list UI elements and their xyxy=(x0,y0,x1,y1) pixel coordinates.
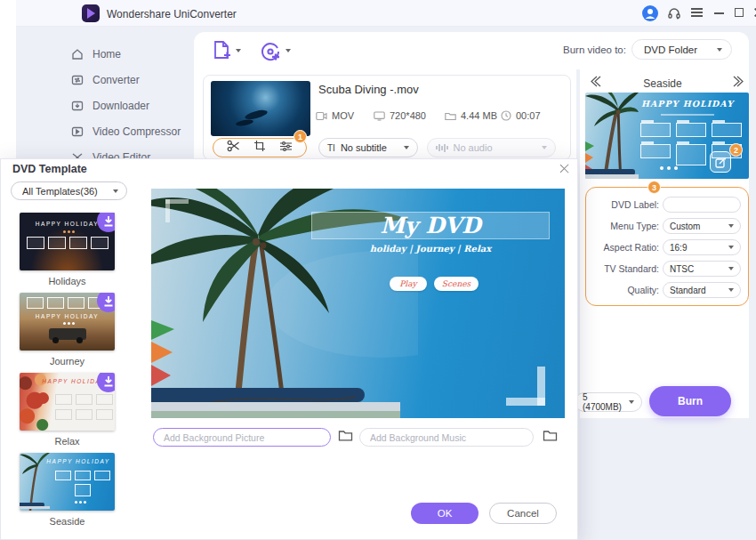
trim-icon[interactable] xyxy=(227,140,240,156)
sidebar-item-video-compressor[interactable]: Video Compressor xyxy=(71,123,187,141)
dvd-label-row: DVD Label: xyxy=(586,197,750,213)
download-template-icon[interactable] xyxy=(97,293,115,312)
ok-button[interactable]: OK xyxy=(411,503,479,524)
sidebar-item-home[interactable]: Home xyxy=(71,45,187,63)
scene-thumb xyxy=(47,297,64,309)
add-file-icon xyxy=(212,40,231,61)
pager-dot xyxy=(674,166,678,170)
menu-scenes-button[interactable]: Scenes xyxy=(434,277,479,291)
chevron-down-icon xyxy=(113,189,118,193)
burn-target-dropdown[interactable]: DVD Folder xyxy=(631,39,732,60)
step-badge-1: 1 xyxy=(294,130,307,143)
scene-thumb xyxy=(76,394,92,405)
burn-target-value: DVD Folder xyxy=(644,44,697,55)
chevron-down-icon xyxy=(728,224,734,228)
palm-tree-icon xyxy=(585,93,639,179)
app-title: Wondershare UniConverter xyxy=(107,8,237,20)
dvd-title-banner[interactable]: My DVD xyxy=(311,212,550,239)
maximize-icon[interactable] xyxy=(735,8,744,17)
disc-capacity-dropdown[interactable]: 5 (4700MB) xyxy=(575,392,642,412)
template-name: Seaside xyxy=(20,516,115,527)
audio-wave-icon xyxy=(436,144,448,152)
add-disc-icon xyxy=(260,41,281,62)
hamburger-menu-icon[interactable] xyxy=(691,8,703,17)
chevron-down-icon xyxy=(728,267,734,270)
tv-standard-dropdown[interactable]: NTSC xyxy=(663,261,741,277)
aspect-ratio-dropdown[interactable]: 16:9 xyxy=(663,239,741,255)
dialog-close-icon[interactable] xyxy=(559,163,570,174)
minimize-icon[interactable] xyxy=(714,12,724,14)
user-avatar-icon[interactable] xyxy=(642,5,658,21)
step-badge-3: 3 xyxy=(647,181,661,194)
scene-thumb xyxy=(76,409,92,420)
template-item-journey[interactable]: HAPPY HOLIDAY Journey xyxy=(20,293,115,367)
next-template-icon[interactable] xyxy=(733,75,747,89)
chevron-down-icon xyxy=(717,48,722,52)
subtitle-dropdown[interactable]: TI No subtitle xyxy=(318,138,418,157)
scene-thumb xyxy=(69,237,87,249)
effects-icon[interactable] xyxy=(279,140,293,156)
add-files-button[interactable] xyxy=(212,40,231,65)
sidebar-item-converter[interactable]: Converter xyxy=(71,71,187,89)
app-screen: Wondershare UniConverter Home Converter … xyxy=(0,0,756,540)
crop-icon[interactable] xyxy=(253,140,266,156)
add-disc-button[interactable] xyxy=(260,41,281,66)
scene-thumb xyxy=(640,123,671,137)
file-format: MOV xyxy=(316,110,354,121)
scene-thumb xyxy=(55,409,72,420)
template-filter-value: All Templates(36) xyxy=(22,186,98,197)
download-template-icon[interactable] xyxy=(97,213,115,232)
file-duration: 00:07 xyxy=(501,110,541,121)
browse-music-folder-icon[interactable] xyxy=(543,429,559,445)
template-preview[interactable]: HAPPY HOLIDAY xyxy=(585,93,749,179)
audio-dropdown[interactable]: No audio xyxy=(427,138,556,157)
dvd-menu-preview: My DVD holiday | Journey | Relax Play Sc… xyxy=(151,189,565,418)
cancel-button[interactable]: Cancel xyxy=(489,503,557,524)
background-picture-input[interactable] xyxy=(153,428,331,447)
chevron-down-icon xyxy=(728,288,734,292)
pager-dot xyxy=(63,230,66,233)
menu-type-dropdown[interactable]: Custom xyxy=(663,218,741,234)
template-filter-dropdown[interactable]: All Templates(36) xyxy=(11,181,127,200)
sidebar-item-downloader[interactable]: Downloader xyxy=(71,97,187,115)
burn-button[interactable]: Burn xyxy=(649,386,731,416)
format-icon xyxy=(316,111,327,121)
scene-thumb xyxy=(27,297,44,309)
subtitle-value: No subtitle xyxy=(341,142,387,153)
scene-thumb xyxy=(27,237,44,249)
video-thumbnail xyxy=(211,81,310,136)
sidebar-item-label: Home xyxy=(92,48,121,60)
scene-thumb xyxy=(48,237,66,249)
scene-thumb xyxy=(55,394,72,405)
scene-thumb xyxy=(55,471,71,480)
edit-template-button[interactable] xyxy=(710,151,731,173)
edit-tools-group xyxy=(213,138,307,157)
template-name: Holidays xyxy=(20,276,115,286)
scene-thumb xyxy=(75,471,91,480)
template-item-relax[interactable]: HAPPY HOLIDAY Relax xyxy=(20,373,115,447)
downloader-icon xyxy=(71,100,84,112)
tv-standard-label: TV Standard: xyxy=(604,263,659,274)
scene-thumb xyxy=(91,237,109,249)
pager-dot xyxy=(75,501,77,504)
step-badge-2: 2 xyxy=(729,143,743,157)
sidebar-item-label: Converter xyxy=(92,74,140,86)
pager-dot xyxy=(63,322,66,325)
menu-type-label: Menu Type: xyxy=(610,221,659,231)
corner-bracket xyxy=(165,199,189,222)
browse-picture-folder-icon[interactable] xyxy=(338,429,354,445)
background-music-input[interactable] xyxy=(359,428,534,447)
template-thumb-caption: HAPPY HOLIDAY xyxy=(44,458,112,464)
add-disc-dropdown-chevron-icon[interactable] xyxy=(286,49,291,52)
template-item-seaside[interactable]: HAPPY HOLIDAY Seaside xyxy=(20,453,115,527)
support-headset-icon[interactable] xyxy=(667,6,681,20)
dvd-label-input[interactable] xyxy=(663,197,741,213)
add-files-dropdown-chevron-icon[interactable] xyxy=(236,49,241,52)
template-item-holidays[interactable]: HAPPY HOLIDAY Holidays xyxy=(20,213,115,286)
menu-play-button[interactable]: Play xyxy=(390,277,427,291)
quality-dropdown[interactable]: Standard xyxy=(663,282,741,298)
app-logo-icon xyxy=(82,4,100,22)
download-template-icon[interactable] xyxy=(97,373,115,392)
scene-thumb xyxy=(676,144,706,165)
previous-template-icon[interactable] xyxy=(589,75,603,89)
